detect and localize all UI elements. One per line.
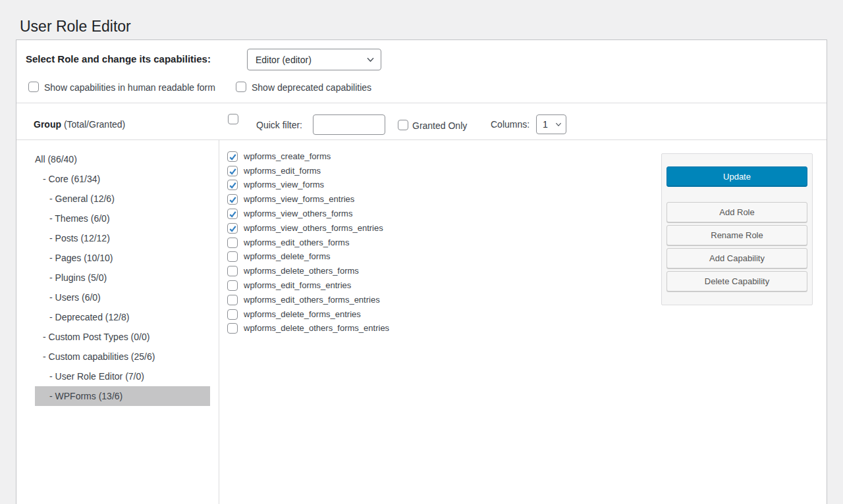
rename-role-button[interactable]: Rename Role [666, 225, 807, 245]
capability-label: wpforms_delete_forms_entries [244, 309, 361, 320]
capability-checkbox[interactable] [227, 251, 238, 262]
vertical-divider [219, 139, 219, 504]
divider [16, 103, 827, 103]
capability-label: wpforms_delete_others_forms [244, 266, 359, 276]
check-icon [229, 210, 237, 218]
group-tree-item[interactable]: - Themes (6/0) [35, 209, 210, 228]
check-icon [229, 195, 237, 204]
capability-row: wpforms_edit_others_forms [227, 236, 389, 250]
human-readable-checkbox[interactable] [28, 82, 39, 92]
capability-label: wpforms_edit_others_forms [244, 238, 349, 248]
capability-label: wpforms_delete_forms [244, 251, 331, 262]
group-tree-item-label: All (86/40) [35, 154, 77, 164]
check-icon [229, 224, 237, 233]
update-button[interactable]: Update [666, 166, 807, 187]
columns-select-value: 1 [543, 119, 548, 130]
group-tree-item[interactable]: - Posts (12/12) [35, 228, 210, 248]
deprecated-checkbox[interactable] [236, 82, 246, 92]
role-select[interactable]: Editor (editor) [247, 49, 381, 70]
group-tree-item-label: - General (12/6) [49, 193, 115, 204]
capability-label: wpforms_view_others_forms_entries [244, 223, 383, 234]
group-tree-item-label: - Pages (10/10) [49, 253, 113, 263]
group-tree-item-label: - Custom capabilities (25/6) [43, 351, 155, 362]
group-tree-item[interactable]: - Plugins (5/0) [35, 268, 210, 288]
check-icon [229, 181, 237, 189]
role-select-value: Editor (editor) [256, 55, 312, 65]
quick-filter-label: Quick filter: [256, 120, 302, 130]
add-role-button[interactable]: Add Role [666, 202, 807, 222]
group-tree-item[interactable]: - Pages (10/10) [35, 248, 210, 268]
capability-row: wpforms_delete_others_forms_entries [227, 322, 389, 336]
granted-only-checkbox[interactable] [398, 120, 408, 130]
group-tree-item[interactable]: - WPForms (13/6) [35, 386, 210, 406]
capability-checkbox[interactable] [227, 166, 238, 176]
columns-select[interactable]: 1 [536, 114, 566, 134]
group-tree-item-label: - Users (6/0) [49, 292, 101, 303]
capability-checkbox[interactable] [227, 209, 238, 219]
capability-checkbox[interactable] [227, 266, 238, 276]
group-tree-item-label: - Plugins (5/0) [49, 272, 107, 283]
check-icon [229, 167, 237, 176]
group-tree-item[interactable]: - Custom capabilities (25/6) [35, 347, 210, 366]
group-tree-item-label: - Core (61/34) [43, 174, 100, 184]
group-tree-item-label: - Custom Post Types (0/0) [43, 332, 150, 342]
capability-label: wpforms_edit_forms_entries [244, 280, 351, 291]
chevron-down-icon [366, 55, 375, 64]
capability-checkbox[interactable] [227, 323, 238, 334]
capability-checkbox[interactable] [227, 309, 238, 320]
group-tree-item[interactable]: - Deprecated (12/8) [35, 307, 210, 327]
group-header-title: Group [34, 119, 61, 130]
capability-label: wpforms_edit_others_forms_entries [244, 295, 380, 305]
deprecated-label: Show deprecated capabilities [252, 82, 371, 93]
capability-row: wpforms_edit_others_forms_entries [227, 293, 389, 307]
capability-label: wpforms_view_others_forms [244, 209, 352, 219]
group-tree-item-label: - Posts (12/12) [49, 233, 110, 243]
main-panel: Select Role and change its capabilities:… [16, 39, 827, 504]
capability-row: wpforms_delete_forms [227, 250, 389, 265]
group-tree-item-label: - User Role Editor (7/0) [49, 371, 144, 382]
divider [16, 139, 827, 140]
capability-label: wpforms_view_forms [244, 180, 324, 190]
capability-checkbox[interactable] [227, 151, 238, 162]
group-tree-item[interactable]: - Core (61/34) [35, 169, 210, 189]
capability-row: wpforms_view_others_forms [227, 207, 389, 221]
add-capability-button[interactable]: Add Capability [666, 248, 807, 268]
delete-capability-button[interactable]: Delete Capability [666, 271, 807, 291]
group-tree-item[interactable]: All (86/40) [35, 149, 210, 169]
group-tree-item-label: - Deprecated (12/8) [49, 312, 129, 322]
check-icon [229, 153, 237, 161]
capability-label: wpforms_edit_forms [244, 166, 321, 176]
select-all-checkbox[interactable] [228, 114, 238, 124]
group-tree-item[interactable]: - Custom Post Types (0/0) [35, 327, 210, 347]
group-tree-item[interactable]: - User Role Editor (7/0) [35, 366, 210, 386]
group-tree-item[interactable]: - General (12/6) [35, 189, 210, 209]
group-tree-item[interactable]: - Users (6/0) [35, 288, 210, 307]
capability-checkbox[interactable] [227, 194, 238, 205]
capability-list: wpforms_create_forms wpforms_edit_forms … [227, 149, 389, 336]
capability-row: wpforms_delete_others_forms [227, 264, 389, 278]
capability-row: wpforms_edit_forms_entries [227, 278, 389, 293]
capability-checkbox[interactable] [227, 180, 238, 190]
role-select-label: Select Role and change its capabilities: [26, 53, 211, 66]
capability-row: wpforms_view_forms [227, 178, 389, 193]
capability-row: wpforms_edit_forms [227, 164, 389, 178]
group-tree-item-label: - WPForms (13/6) [49, 391, 122, 401]
columns-label: Columns: [491, 119, 530, 130]
group-header-suffix: (Total/Granted) [61, 119, 125, 130]
human-readable-label: Show capabilities in human readable form [44, 82, 215, 93]
capability-row: wpforms_view_forms_entries [227, 192, 389, 207]
capability-row: wpforms_create_forms [227, 149, 389, 164]
capability-row: wpforms_view_others_forms_entries [227, 221, 389, 236]
quick-filter-input[interactable] [313, 114, 385, 135]
page-title: User Role Editor [20, 18, 131, 36]
capability-label: wpforms_create_forms [244, 151, 331, 162]
group-tree: All (86/40) - Core (61/34) - General (12… [16, 149, 219, 406]
capability-checkbox[interactable] [227, 223, 238, 234]
group-tree-item-label: - Themes (6/0) [49, 213, 110, 224]
capability-checkbox[interactable] [227, 238, 238, 248]
capability-checkbox[interactable] [227, 280, 238, 291]
capability-row: wpforms_delete_forms_entries [227, 307, 389, 322]
granted-only-label: Granted Only [412, 120, 467, 131]
capability-label: wpforms_delete_others_forms_entries [244, 323, 389, 334]
capability-checkbox[interactable] [227, 295, 238, 305]
